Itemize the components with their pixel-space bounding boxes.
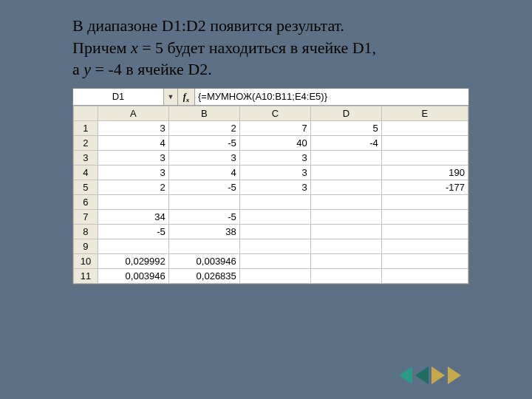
- cell[interactable]: [239, 210, 310, 225]
- row-header[interactable]: 11: [74, 269, 98, 284]
- cell[interactable]: 2: [168, 121, 239, 136]
- cell[interactable]: [168, 239, 239, 254]
- cell-selected[interactable]: 5: [310, 121, 381, 136]
- cell[interactable]: 38: [168, 225, 239, 239]
- cell[interactable]: [239, 239, 310, 254]
- cell[interactable]: [98, 195, 168, 210]
- cell[interactable]: 34: [98, 210, 168, 225]
- cell[interactable]: -5: [168, 136, 239, 151]
- cell[interactable]: 0,003946: [168, 254, 239, 269]
- row-header[interactable]: 1: [74, 121, 98, 136]
- row-header[interactable]: 4: [74, 166, 98, 180]
- cell[interactable]: [310, 239, 381, 254]
- cell[interactable]: [381, 210, 468, 225]
- cell[interactable]: [381, 151, 468, 166]
- row-header[interactable]: 9: [74, 239, 98, 254]
- select-all-corner[interactable]: [74, 106, 98, 121]
- intro-text: В диапазоне D1:D2 появится результат. Пр…: [0, 0, 532, 81]
- cell[interactable]: [310, 254, 381, 269]
- cell[interactable]: [381, 195, 468, 210]
- cell[interactable]: [310, 151, 381, 166]
- cell[interactable]: 190: [381, 166, 468, 180]
- cell[interactable]: -5: [168, 180, 239, 195]
- cell[interactable]: -5: [98, 225, 168, 239]
- row-header[interactable]: 8: [74, 225, 98, 239]
- cell[interactable]: 3: [239, 151, 310, 166]
- cell[interactable]: 4: [98, 136, 168, 151]
- cell[interactable]: [98, 239, 168, 254]
- cell[interactable]: 3: [239, 166, 310, 180]
- cell[interactable]: 0,003946: [98, 269, 168, 284]
- name-box-dropdown[interactable]: ▼: [164, 89, 178, 105]
- cell[interactable]: 3: [239, 180, 310, 195]
- cell[interactable]: 3: [98, 166, 168, 180]
- col-header-C[interactable]: C: [239, 106, 310, 121]
- cell[interactable]: 40: [239, 136, 310, 151]
- cell[interactable]: [381, 239, 468, 254]
- formula-input[interactable]: {=МУМНОЖ(A10:B11;E4:E5)}: [195, 89, 468, 105]
- cell[interactable]: 3: [168, 151, 239, 166]
- col-header-A[interactable]: A: [98, 106, 168, 121]
- cell[interactable]: 0,026835: [168, 269, 239, 284]
- cell[interactable]: [381, 136, 468, 151]
- cell[interactable]: [239, 269, 310, 284]
- cell[interactable]: [239, 254, 310, 269]
- cell-selected[interactable]: -4: [310, 136, 381, 151]
- col-header-E[interactable]: E: [381, 106, 468, 121]
- row-header[interactable]: 7: [74, 210, 98, 225]
- name-box[interactable]: D1: [73, 89, 164, 105]
- cell[interactable]: 2: [98, 180, 168, 195]
- col-header-B[interactable]: B: [168, 106, 239, 121]
- col-header-D[interactable]: D: [310, 106, 381, 121]
- row-header[interactable]: 6: [74, 195, 98, 210]
- cell[interactable]: [310, 166, 381, 180]
- fx-button[interactable]: fx: [178, 89, 195, 105]
- cell[interactable]: -177: [381, 180, 468, 195]
- cell[interactable]: [310, 269, 381, 284]
- nav-next-icon[interactable]: [432, 366, 445, 384]
- cell[interactable]: [381, 121, 468, 136]
- cell[interactable]: [310, 180, 381, 195]
- cell[interactable]: [381, 254, 468, 269]
- formula-bar: D1 ▼ fx {=МУМНОЖ(A10:B11;E4:E5)}: [73, 89, 468, 106]
- cell[interactable]: [381, 225, 468, 239]
- spreadsheet: D1 ▼ fx {=МУМНОЖ(A10:B11;E4:E5)} A B C D…: [72, 88, 469, 284]
- cell[interactable]: 3: [98, 121, 168, 136]
- row-header[interactable]: 10: [74, 254, 98, 269]
- grid[interactable]: A B C D E 1 3 2 7 5 2 4 -5 40 -4 3 3 3 3…: [73, 106, 468, 284]
- row-header[interactable]: 3: [74, 151, 98, 166]
- cell[interactable]: 7: [239, 121, 310, 136]
- nav-first-icon[interactable]: [399, 366, 412, 384]
- cell[interactable]: [381, 269, 468, 284]
- cell[interactable]: [310, 195, 381, 210]
- row-header[interactable]: 2: [74, 136, 98, 151]
- cell[interactable]: [239, 225, 310, 239]
- cell[interactable]: [239, 195, 310, 210]
- cell[interactable]: 0,029992: [98, 254, 168, 269]
- cell[interactable]: 3: [98, 151, 168, 166]
- slide-nav: [399, 366, 461, 384]
- nav-last-icon[interactable]: [448, 366, 461, 384]
- cell[interactable]: 4: [168, 166, 239, 180]
- cell[interactable]: [310, 210, 381, 225]
- nav-prev-icon[interactable]: [415, 366, 429, 384]
- row-header[interactable]: 5: [74, 180, 98, 195]
- cell[interactable]: -5: [168, 210, 239, 225]
- cell[interactable]: [310, 225, 381, 239]
- cell[interactable]: [168, 195, 239, 210]
